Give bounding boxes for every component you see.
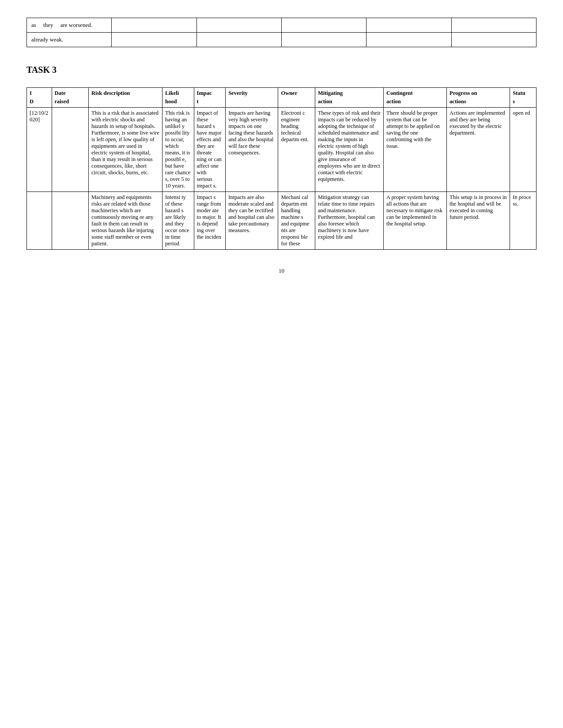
task-heading: TASK 3 <box>26 65 537 75</box>
row1-progress: Actions are implemented and they are bei… <box>447 108 510 192</box>
top-table: as they are worsened. already weak. <box>26 18 537 47</box>
col-risk-header: Risk description <box>89 88 162 98</box>
row1-id: [12/10/2020] <box>27 108 52 192</box>
table-row: [12/10/2020] This is a risk that is asso… <box>27 108 537 192</box>
col-id-header-2: D <box>27 98 52 108</box>
risk-table: I Date Risk description Likeli Impac Sev… <box>26 87 537 250</box>
top-cell-5 <box>367 18 451 33</box>
row1-likelihood: This risk is having an unlikel y possibi… <box>162 108 194 192</box>
col-contingent-header-2: action <box>383 98 446 108</box>
top-cell-1: as they are worsened. <box>27 18 112 33</box>
row1-owner: Electroni c engineer heading technical d… <box>278 108 315 192</box>
top-cell-11 <box>367 33 451 47</box>
row2-mitigating: Mitigation strategy can relate time to t… <box>315 192 383 250</box>
col-contingent-header: Contingent <box>383 88 446 98</box>
col-progress-header-2: actions <box>447 98 510 108</box>
row1-date <box>52 108 88 192</box>
col-progress-header: Progress on <box>447 88 510 98</box>
top-cell-12 <box>451 33 536 47</box>
col-risk-header-2 <box>89 98 162 108</box>
row2-impact: Impact s range from moder ate to major. … <box>194 192 226 250</box>
top-cell-10 <box>281 33 366 47</box>
row2-progress: This setup is in process in the hospital… <box>447 192 510 250</box>
row2-status: In proce ss. <box>510 192 537 250</box>
row2-date <box>52 192 88 250</box>
col-likelihood-header: Likeli <box>162 88 194 98</box>
col-severity-header: Severity <box>226 88 278 98</box>
row1-risk: This is a risk that is associated with e… <box>89 108 162 192</box>
row2-owner: Mechani cal departm ent handling machine… <box>278 192 315 250</box>
top-cell-9 <box>196 33 281 47</box>
row1-mitigating: These types of risk and their impacts ca… <box>315 108 383 192</box>
table-row: Machinery and equipments risks are relat… <box>27 192 537 250</box>
col-owner-header: Owner <box>278 88 315 98</box>
col-impact-header-2: t <box>194 98 226 108</box>
row1-impact: Impact of these hazard s have major effe… <box>194 108 226 192</box>
row2-contingent: A proper system having all actions that … <box>383 192 446 250</box>
col-mitigating-header-2: action <box>315 98 383 108</box>
row2-risk: Machinery and equipments risks are relat… <box>89 192 162 250</box>
col-status-header-2: s <box>510 98 537 108</box>
top-cell-3 <box>196 18 281 33</box>
row1-severity: Impacts are having very high severity im… <box>226 108 278 192</box>
page-number: 10 <box>26 267 537 274</box>
top-cell-4 <box>281 18 366 33</box>
col-severity-header-2 <box>226 98 278 108</box>
col-mitigating-header: Mitigating <box>315 88 383 98</box>
col-id-header: I <box>27 88 52 98</box>
col-likelihood-header-2: hood <box>162 98 194 108</box>
col-impact-header: Impac <box>194 88 226 98</box>
row1-contingent: There should be proper system that can b… <box>383 108 446 192</box>
top-cell-8 <box>112 33 196 47</box>
row2-severity: Impacts are also moderate scaled and the… <box>226 192 278 250</box>
col-owner-header-2 <box>278 98 315 108</box>
top-cell-2 <box>112 18 196 33</box>
row2-likelihood: Intensi ty of these hazard s are likely … <box>162 192 194 250</box>
row2-id <box>27 192 52 250</box>
col-status-header: Statu <box>510 88 537 98</box>
top-cell-7: already weak. <box>27 33 112 47</box>
top-cell-6 <box>451 18 536 33</box>
col-date-header-2: raised <box>52 98 88 108</box>
row1-status: open ed <box>510 108 537 192</box>
col-date-header: Date <box>52 88 88 98</box>
